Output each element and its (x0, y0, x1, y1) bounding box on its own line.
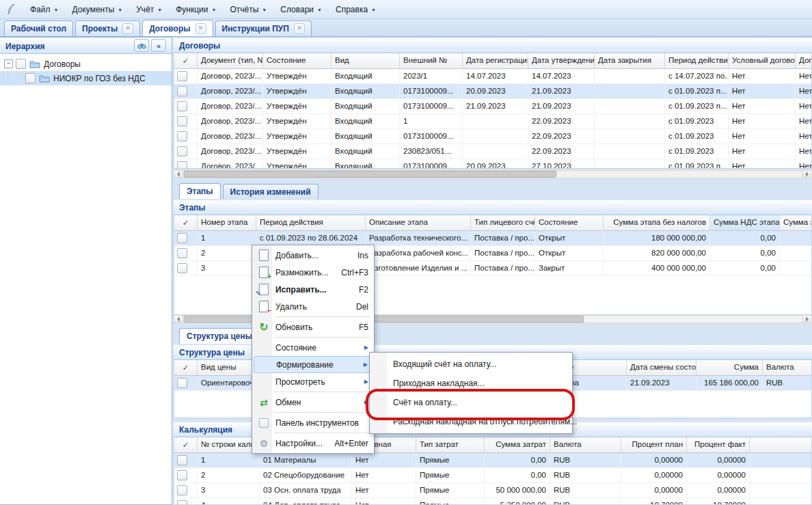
select-all-column-header[interactable]: ✓ (174, 53, 198, 68)
table-row[interactable]: Договор, 2023/...УтверждёнВходящий2023/1… (174, 69, 811, 84)
column-header[interactable]: Номер этапа (198, 215, 256, 230)
table-row[interactable]: Договор, 2023/...УтверждёнВходящий017310… (174, 159, 811, 169)
row-checkbox[interactable] (177, 378, 187, 388)
column-header[interactable]: Период действия (256, 215, 366, 230)
context-menu-item[interactable]: ⇄Обмен▶ (254, 394, 373, 411)
table-row[interactable]: Договор, 2023/...УтверждёнВходящий230823… (174, 144, 811, 159)
menubar-item[interactable]: Отчёты▼ (223, 2, 273, 17)
table-row[interactable]: 303 Осн. оплата трудаНетПрямые50 000 000… (174, 483, 811, 498)
row-checkbox[interactable] (177, 101, 187, 111)
row-checkbox[interactable] (177, 161, 187, 169)
table-row[interactable]: 202 СпецоборудованиеНетПрямые0,00RUB0,00… (174, 468, 811, 483)
menubar-item[interactable]: Справка▼ (329, 2, 383, 17)
submenu-item[interactable]: Счёт на оплату... (371, 393, 571, 412)
column-header[interactable]: № строки калькуляции (198, 437, 260, 452)
column-header[interactable] (750, 437, 812, 452)
row-checkbox[interactable] (177, 263, 187, 273)
column-header[interactable]: Сумма эта (780, 215, 812, 230)
context-menu-item[interactable]: Панель инструментов (254, 414, 373, 431)
column-header[interactable]: Дата смены состоя (627, 360, 696, 375)
section-tab[interactable]: История изменений (223, 184, 319, 199)
column-header[interactable]: Описание этапа (366, 215, 471, 230)
column-header[interactable]: Дата регистрации. (463, 53, 528, 68)
scroll-left-arrow[interactable] (174, 171, 183, 178)
tab-close-icon[interactable]: ✕ (195, 23, 206, 34)
column-header[interactable]: Документ (тип, № (198, 53, 263, 68)
row-checkbox[interactable] (177, 500, 187, 505)
row-checkbox[interactable] (177, 233, 187, 243)
tree-node[interactable]: −Договоры (0, 57, 172, 71)
column-header[interactable]: Процент факт (687, 437, 750, 452)
row-checkbox[interactable] (177, 146, 187, 156)
column-header[interactable]: Период действия.. (665, 53, 729, 68)
select-all-column-header[interactable]: ✓ (174, 437, 198, 452)
submenu-item[interactable]: Приходная накладная... (371, 374, 571, 393)
row-checkbox[interactable] (177, 248, 187, 258)
column-header[interactable]: Процент план (621, 437, 687, 452)
context-menu-item[interactable]: Формирование▶ (254, 356, 373, 373)
scroll-right-arrow[interactable] (802, 316, 811, 323)
submenu-item[interactable]: Расходная накладная на отпуск потребител… (371, 412, 571, 431)
main-tab[interactable]: Договоры✕ (142, 20, 213, 36)
table-row[interactable]: 404 Доп. оплата трудаНетПрямые5 350 000,… (174, 498, 811, 505)
tree-expander-icon[interactable]: − (4, 59, 13, 68)
context-menu-item[interactable]: −УдалитьDel (254, 298, 373, 315)
column-header[interactable]: Дата утверждения (528, 53, 595, 68)
table-row[interactable]: Договор, 2023/...УтверждёнВходящий017310… (174, 129, 811, 144)
table-row[interactable]: Договор, 2023/...УтверждёнВходящий017310… (174, 84, 811, 99)
menubar-item[interactable]: Учёт▼ (129, 2, 169, 17)
select-all-column-header[interactable]: ✓ (174, 360, 198, 375)
tab-close-icon[interactable]: ✕ (122, 23, 133, 34)
context-menu-item[interactable]: Просмотреть▶ (254, 373, 373, 390)
column-header[interactable]: Сумма НДС этапа (710, 215, 780, 230)
scrollbar-thumb[interactable] (184, 171, 556, 178)
column-header[interactable]: Тип затрат (416, 437, 485, 452)
column-header[interactable]: Договор (796, 53, 812, 68)
context-menu-item[interactable]: ⚙Настройки...Alt+Enter (254, 435, 373, 452)
column-header[interactable]: Условный договор (729, 53, 796, 68)
scroll-left-arrow[interactable] (174, 316, 183, 323)
contracts-horizontal-scrollbar[interactable] (174, 170, 812, 178)
row-checkbox[interactable] (177, 455, 187, 465)
row-checkbox[interactable] (177, 71, 187, 81)
column-header[interactable]: Состояние (535, 215, 604, 230)
submenu-item[interactable]: Входящий счёт на оплату... (371, 355, 571, 374)
context-menu-item[interactable]: +Размножить...Ctrl+F3 (254, 264, 373, 281)
tree-node[interactable]: НИОКР по ГОЗ без НДС (0, 71, 172, 85)
collapse-panel-button[interactable]: « (151, 39, 166, 52)
menubar-item[interactable]: Функции▼ (169, 2, 223, 17)
context-menu-item[interactable]: Добавить...Ins (254, 247, 373, 264)
table-row[interactable]: Договор, 2023/...УтверждёнВходящий017310… (174, 99, 811, 114)
context-menu-item[interactable]: ✎Исправить...F2 (254, 281, 373, 298)
scrollbar-thumb[interactable] (184, 316, 584, 323)
column-header[interactable]: Вид (331, 53, 400, 68)
tree-node-checkbox[interactable] (25, 73, 36, 83)
column-header[interactable]: Валюта (550, 437, 621, 452)
main-tab[interactable]: Рабочий стол (4, 21, 73, 36)
context-menu-item[interactable]: Состояние▶ (254, 339, 373, 356)
row-checkbox[interactable] (177, 131, 187, 141)
section-tab[interactable]: Этапы (179, 183, 221, 199)
menubar-item[interactable]: Документы▼ (65, 2, 129, 17)
select-all-column-header[interactable]: ✓ (174, 215, 198, 230)
column-header[interactable]: Внешний № (400, 53, 463, 68)
column-header[interactable]: Состояние (263, 53, 331, 68)
menubar-item[interactable]: Файл▼ (23, 2, 65, 17)
row-checkbox[interactable] (177, 470, 187, 480)
column-header[interactable]: Валюта (763, 360, 812, 375)
menubar-item[interactable]: Словари▼ (273, 2, 329, 17)
column-header[interactable]: Сумма затрат (485, 437, 550, 452)
tab-close-icon[interactable]: ✕ (294, 23, 305, 34)
table-row[interactable]: 1с 01.09.2023 по 28.06.2024Разработка те… (174, 231, 811, 246)
table-row[interactable]: 101 МатериалыНетПрямые0,00RUB0,000000,00… (174, 453, 811, 468)
tree-node-checkbox[interactable] (16, 59, 26, 69)
main-tab[interactable]: Проекты✕ (75, 21, 140, 36)
column-header[interactable]: Тип лицевого счёт (471, 215, 535, 230)
table-row[interactable]: Договор, 2023/...УтверждёнВходящий122.09… (174, 114, 811, 129)
column-header[interactable]: Дата закрытия (595, 53, 665, 68)
row-checkbox[interactable] (177, 116, 187, 126)
section-tab[interactable]: Структура цены (179, 328, 260, 344)
main-tab[interactable]: Инструкции ПУП✕ (215, 21, 312, 36)
row-checkbox[interactable] (177, 86, 187, 96)
column-header[interactable]: Сумма этапа без налогов (604, 215, 710, 230)
